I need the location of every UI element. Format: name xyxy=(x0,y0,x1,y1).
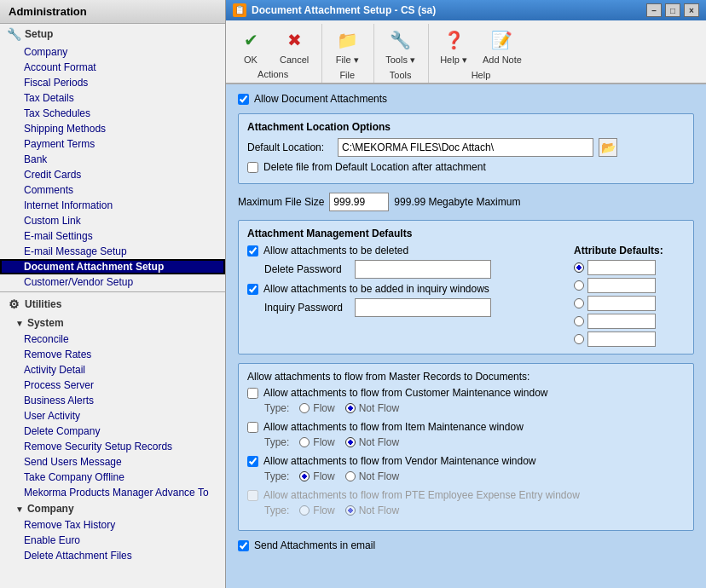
vendor-flow-checkbox[interactable] xyxy=(247,456,258,467)
setup-nav-item[interactable]: Document Attachment Setup xyxy=(0,259,225,274)
customer-not-flow-radio[interactable] xyxy=(345,403,356,413)
setup-nav-item[interactable]: Tax Schedules xyxy=(0,106,225,121)
browse-folder-button[interactable]: 📂 xyxy=(599,138,617,157)
allow-doc-attachments-checkbox[interactable] xyxy=(238,94,249,105)
setup-nav-item[interactable]: Company xyxy=(0,44,225,60)
tools-group-label: Tools xyxy=(379,68,421,83)
help-label: Help ▾ xyxy=(440,55,467,66)
setup-nav-item[interactable]: Payment Terms xyxy=(0,136,225,152)
system-nav-item[interactable]: Mekorma Products Manager Advance To xyxy=(0,485,225,500)
actions-group-label: Actions xyxy=(231,67,315,82)
system-nav-item[interactable]: Delete Company xyxy=(0,424,225,439)
delete-password-input[interactable] xyxy=(355,260,491,279)
pte-flow-option-label: Flow xyxy=(313,504,334,516)
setup-nav-item[interactable]: Bank xyxy=(0,152,225,167)
triangle-icon: ▼ xyxy=(15,319,24,328)
attr-radio-1-input[interactable] xyxy=(587,260,656,275)
setup-nav-item[interactable]: Comments xyxy=(0,182,225,198)
maximize-button[interactable]: □ xyxy=(665,3,680,17)
item-flow-checkbox[interactable] xyxy=(247,422,258,433)
pte-type-row: Type: Flow Not Flow xyxy=(247,504,685,516)
item-not-flow-radio[interactable] xyxy=(345,437,356,447)
setup-nav-item[interactable]: Internet Information xyxy=(0,198,225,213)
setup-nav-item[interactable]: E-mail Settings xyxy=(0,228,225,244)
item-flow-radio[interactable] xyxy=(299,437,310,447)
attr-radio-4-empty[interactable] xyxy=(574,316,584,326)
allow-add-inquiry-checkbox[interactable] xyxy=(247,284,258,295)
setup-nav-item[interactable]: Credit Cards xyxy=(0,167,225,182)
inquiry-password-input[interactable] xyxy=(355,298,491,317)
max-file-size-input[interactable] xyxy=(329,193,389,211)
file-button[interactable]: 📁 File ▾ xyxy=(327,24,367,68)
company-nav-item[interactable]: Delete Attachment Files xyxy=(0,548,225,563)
pte-flow-option: Flow xyxy=(299,504,334,516)
system-nav-item[interactable]: Take Company Offline xyxy=(0,470,225,485)
setup-nav-item[interactable]: Custom Link xyxy=(0,213,225,228)
customer-flow-checkbox[interactable] xyxy=(247,388,258,399)
file-label: File ▾ xyxy=(336,55,359,66)
setup-nav-item[interactable]: E-mail Message Setup xyxy=(0,244,225,259)
admin-title: Administration xyxy=(0,0,225,24)
setup-nav-item[interactable]: Fiscal Periods xyxy=(0,75,225,90)
cancel-button[interactable]: ✖ Cancel xyxy=(274,24,315,67)
system-nav-item[interactable]: Send Users Message xyxy=(0,454,225,470)
max-file-size-label: Maximum File Size xyxy=(238,196,324,208)
pte-flow-checkbox[interactable] xyxy=(247,490,258,501)
attr-radio-3-input[interactable] xyxy=(587,296,656,311)
attr-radio-4-input[interactable] xyxy=(587,314,656,329)
management-left: Allow attachments to be deleted Delete P… xyxy=(247,245,565,347)
minimize-button[interactable]: – xyxy=(646,3,662,17)
vendor-flow-radio[interactable] xyxy=(299,471,310,481)
customer-flow-section: Allow attachments to flow from Customer … xyxy=(247,387,685,414)
allow-delete-row: Allow attachments to be deleted xyxy=(247,245,565,257)
close-button[interactable]: × xyxy=(684,3,699,17)
customer-flow-radio[interactable] xyxy=(299,403,310,413)
attr-radio-2-input[interactable] xyxy=(587,278,656,293)
setup-nav-item[interactable]: Shipping Methods xyxy=(0,121,225,136)
add-note-button[interactable]: 📝 Add Note xyxy=(477,24,528,68)
actions-buttons: ✔ OK ✖ Cancel xyxy=(231,24,315,67)
attr-radio-5 xyxy=(574,331,685,347)
pte-flow-section: Allow attachments to flow from PTE Emplo… xyxy=(247,489,685,516)
toolbar: ✔ OK ✖ Cancel Actions 📁 File ▾ File xyxy=(226,20,706,84)
customer-flow-row: Allow attachments to flow from Customer … xyxy=(247,387,685,399)
system-nav-item[interactable]: Remove Security Setup Records xyxy=(0,439,225,454)
system-nav-item[interactable]: Process Server xyxy=(0,378,225,393)
ok-button[interactable]: ✔ OK xyxy=(231,24,270,67)
allow-delete-checkbox[interactable] xyxy=(247,245,258,257)
attr-radio-1-filled[interactable] xyxy=(574,262,584,273)
management-title: Attachment Management Defaults xyxy=(247,228,685,239)
attr-radio-3-empty[interactable] xyxy=(574,298,584,308)
default-location-label: Default Location: xyxy=(247,141,333,153)
send-attachments-row: Send Attachments in email xyxy=(238,539,694,551)
pte-flow-radio xyxy=(299,505,310,516)
send-attachments-label: Send Attachments in email xyxy=(254,539,375,551)
attr-radio-5-empty[interactable] xyxy=(574,334,584,344)
vendor-not-flow-radio[interactable] xyxy=(345,471,356,481)
send-attachments-checkbox[interactable] xyxy=(238,540,249,551)
attr-radio-5-input[interactable] xyxy=(587,331,656,347)
pte-not-flow-radio xyxy=(345,505,356,516)
system-nav-item[interactable]: User Activity xyxy=(0,408,225,424)
help-button[interactable]: ❓ Help ▾ xyxy=(434,24,473,68)
setup-nav-item[interactable]: Customer/Vendor Setup xyxy=(0,274,225,290)
company-nav-item[interactable]: Remove Tax History xyxy=(0,517,225,533)
setup-nav-item[interactable]: Account Format xyxy=(0,60,225,75)
company-nav-item[interactable]: Enable Euro xyxy=(0,533,225,548)
flow-master-label-row: Allow attachments to flow from Master Re… xyxy=(247,371,685,383)
add-note-icon: 📝 xyxy=(489,26,516,54)
system-nav-item[interactable]: Reconcile xyxy=(0,331,225,347)
ok-label: OK xyxy=(244,55,258,65)
system-nav-item[interactable]: Activity Detail xyxy=(0,362,225,378)
tools-buttons: 🔧 Tools ▾ xyxy=(379,24,421,68)
delete-file-checkbox[interactable] xyxy=(247,162,258,173)
setup-nav-item[interactable]: Tax Details xyxy=(0,90,225,106)
system-nav-item[interactable]: Remove Rates xyxy=(0,347,225,362)
vendor-flow-label: Allow attachments to flow from Vendor Ma… xyxy=(263,455,536,467)
system-nav-item[interactable]: Business Alerts xyxy=(0,393,225,408)
company-subsection: ▼ Company xyxy=(0,500,225,517)
delete-password-label: Delete Password xyxy=(264,263,350,275)
attr-radio-2-empty[interactable] xyxy=(574,280,584,291)
tools-button[interactable]: 🔧 Tools ▾ xyxy=(379,24,421,68)
default-location-input[interactable] xyxy=(338,138,593,157)
